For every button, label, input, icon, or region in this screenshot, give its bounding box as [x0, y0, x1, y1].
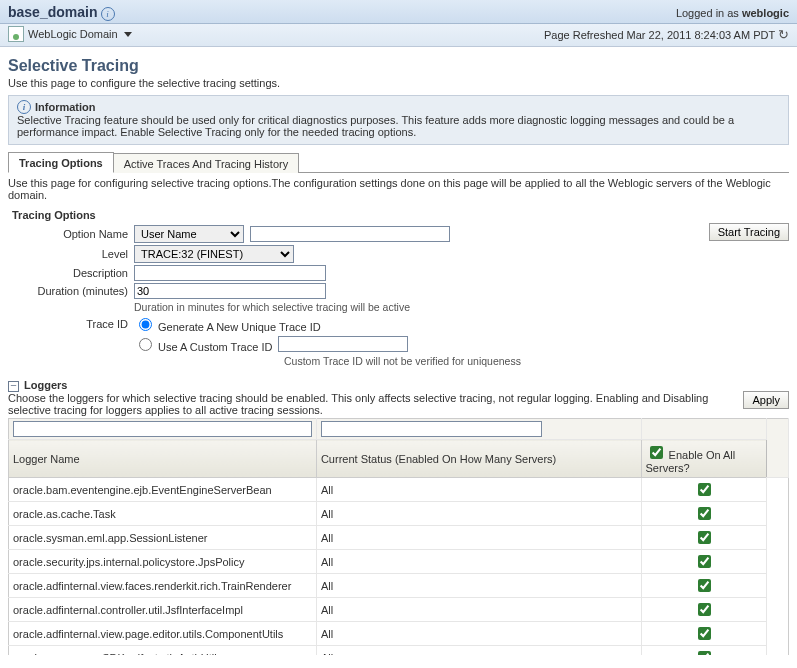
logger-name-filter-input[interactable] [13, 421, 312, 437]
trace-id-custom-input[interactable] [278, 336, 408, 352]
start-tracing-button[interactable]: Start Tracing [709, 223, 789, 241]
level-select[interactable]: TRACE:32 (FINEST) [134, 245, 294, 263]
info-icon: i [17, 100, 31, 114]
logger-name-cell: oracle.adfinternal.view.page.editor.util… [9, 622, 317, 646]
logger-status-cell: All [316, 526, 641, 550]
logger-enable-checkbox[interactable] [698, 603, 711, 616]
loggers-table: Logger Name Current Status (Enabled On H… [8, 418, 789, 655]
information-box: i Information Selective Tracing feature … [8, 95, 789, 145]
level-label: Level [8, 248, 134, 260]
logger-name-cell: oracle.bam.eventengine.ejb.EventEngineSe… [9, 478, 317, 502]
collapse-icon[interactable]: − [8, 381, 19, 392]
tab-tracing-options[interactable]: Tracing Options [8, 152, 114, 173]
apply-button[interactable]: Apply [743, 391, 789, 409]
duration-help: Duration in minutes for which selective … [134, 301, 410, 313]
refresh-icon[interactable]: ↻ [778, 27, 789, 42]
content-area: Selective Tracing Use this page to confi… [0, 47, 797, 655]
domain-menu-label: WebLogic Domain [28, 28, 118, 40]
trace-id-label: Trace ID [8, 318, 134, 330]
domain-icon [8, 26, 24, 42]
logger-status-cell: All [316, 502, 641, 526]
logger-status-cell: All [316, 478, 641, 502]
table-row[interactable]: oracle.sysman.eml.app.SessionListenerAll [9, 526, 789, 550]
table-row[interactable]: oracle.sysman.emSDK.adfext.ctlr.AuthUtil… [9, 646, 789, 656]
option-name-label: Option Name [8, 228, 134, 240]
option-name-value-input[interactable] [250, 226, 450, 242]
duration-label: Duration (minutes) [8, 285, 134, 297]
trace-id-generate-option[interactable]: Generate A New Unique Trace ID [134, 315, 321, 333]
table-row[interactable]: oracle.adfinternal.view.faces.renderkit.… [9, 574, 789, 598]
enable-all-checkbox[interactable] [650, 446, 663, 459]
logger-enable-checkbox[interactable] [698, 483, 711, 496]
description-input[interactable] [134, 265, 326, 281]
table-row[interactable]: oracle.security.jps.internal.policystore… [9, 550, 789, 574]
domain-title: base_domain [8, 4, 97, 20]
tab-description: Use this page for configuring selective … [8, 177, 789, 201]
logger-status-cell: All [316, 622, 641, 646]
trace-id-custom-radio[interactable] [139, 338, 152, 351]
tracing-options-heading: Tracing Options [12, 209, 709, 221]
trace-id-custom-option[interactable]: Use A Custom Trace ID [134, 335, 272, 353]
table-row[interactable]: oracle.adfinternal.controller.util.JsfIn… [9, 598, 789, 622]
trace-id-generate-radio[interactable] [139, 318, 152, 331]
logger-enable-checkbox[interactable] [698, 555, 711, 568]
logger-status-cell: All [316, 550, 641, 574]
description-label: Description [8, 267, 134, 279]
info-body: Selective Tracing feature should be used… [17, 114, 780, 138]
logged-in-user: weblogic [742, 7, 789, 19]
table-row[interactable]: oracle.adfinternal.view.page.editor.util… [9, 622, 789, 646]
table-scrollbar[interactable] [766, 419, 788, 478]
loggers-heading: Loggers [24, 379, 67, 391]
logger-name-cell: oracle.as.cache.Task [9, 502, 317, 526]
info-heading: Information [35, 101, 96, 113]
logger-status-cell: All [316, 574, 641, 598]
info-icon[interactable]: i [101, 7, 115, 21]
logger-status-cell: All [316, 646, 641, 656]
trace-id-custom-help: Custom Trace ID will not be verified for… [284, 355, 521, 367]
logger-name-cell: oracle.sysman.emSDK.adfext.ctlr.AuthUtil [9, 646, 317, 656]
logger-enable-checkbox[interactable] [698, 507, 711, 520]
table-row[interactable]: oracle.bam.eventengine.ejb.EventEngineSe… [9, 478, 789, 502]
logger-status-filter-input[interactable] [321, 421, 542, 437]
logger-name-cell: oracle.adfinternal.view.faces.renderkit.… [9, 574, 317, 598]
logger-name-cell: oracle.sysman.eml.app.SessionListener [9, 526, 317, 550]
logger-enable-checkbox[interactable] [698, 531, 711, 544]
domain-menu[interactable]: WebLogic Domain [8, 26, 132, 42]
page-title: Selective Tracing [8, 57, 789, 75]
tab-active-traces[interactable]: Active Traces And Tracing History [113, 153, 299, 173]
col-logger-name[interactable]: Logger Name [9, 440, 317, 478]
col-enable-all[interactable]: Enable On All Servers? [641, 440, 766, 478]
logger-enable-checkbox[interactable] [698, 651, 711, 655]
logger-name-cell: oracle.security.jps.internal.policystore… [9, 550, 317, 574]
tabs: Tracing Options Active Traces And Tracin… [8, 151, 789, 173]
logger-status-cell: All [316, 598, 641, 622]
loggers-description: Choose the loggers for which selective t… [8, 392, 735, 416]
option-name-select[interactable]: User Name [134, 225, 244, 243]
page-refreshed-text: Page Refreshed Mar 22, 2011 8:24:03 AM P… [544, 29, 775, 41]
page-subtitle: Use this page to configure the selective… [8, 77, 789, 89]
chevron-down-icon [124, 32, 132, 37]
table-row[interactable]: oracle.as.cache.TaskAll [9, 502, 789, 526]
logger-enable-checkbox[interactable] [698, 627, 711, 640]
logger-name-cell: oracle.adfinternal.controller.util.JsfIn… [9, 598, 317, 622]
duration-input[interactable] [134, 283, 326, 299]
logger-enable-checkbox[interactable] [698, 579, 711, 592]
col-current-status[interactable]: Current Status (Enabled On How Many Serv… [316, 440, 641, 478]
logged-in-label: Logged in as [676, 7, 739, 19]
